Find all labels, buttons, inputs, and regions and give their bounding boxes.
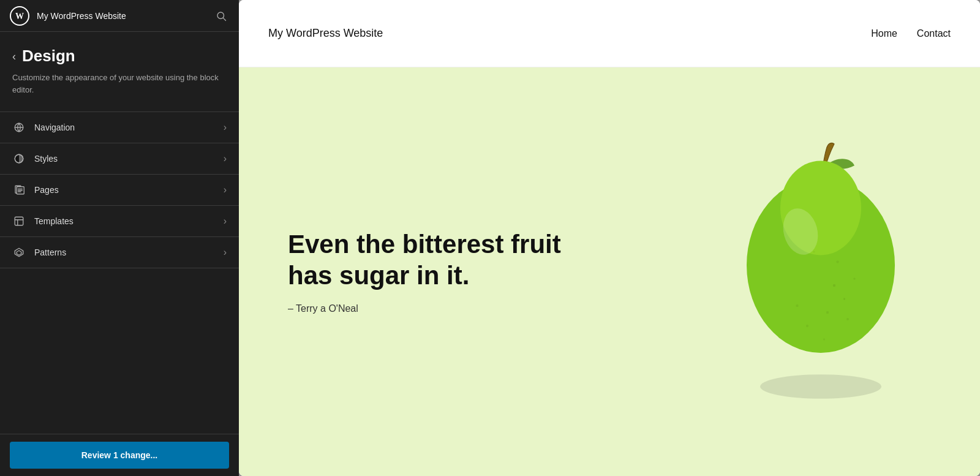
svg-line-3: [223, 18, 225, 20]
pages-icon: [12, 183, 26, 197]
preview-area: My WordPress Website Home Contact Even t…: [239, 0, 980, 476]
design-heading: Design: [22, 47, 75, 66]
chevron-right-icon: ›: [224, 153, 227, 164]
nav-link-home[interactable]: Home: [871, 28, 897, 39]
svg-point-27: [846, 318, 849, 320]
svg-point-24: [806, 324, 809, 327]
chevron-right-icon: ›: [224, 184, 227, 195]
preview-site-title: My WordPress Website: [268, 27, 383, 40]
svg-point-30: [760, 374, 881, 399]
menu-item-navigation[interactable]: Navigation ›: [0, 111, 239, 143]
back-icon: ‹: [12, 51, 16, 62]
svg-text:W: W: [15, 12, 24, 21]
menu-item-styles[interactable]: Styles ›: [0, 143, 239, 174]
hero-quote: Even the bitterest fruit has sugar in it…: [288, 229, 570, 291]
nav-link-contact[interactable]: Contact: [917, 28, 951, 39]
chevron-right-icon: ›: [224, 247, 227, 258]
wp-logo-icon: W: [10, 6, 29, 26]
svg-point-25: [823, 338, 825, 340]
design-menu: Navigation › Styles ›: [0, 111, 239, 273]
site-title-topbar: My WordPress Website: [37, 11, 206, 21]
menu-label-patterns: Patterns: [34, 247, 224, 257]
back-button[interactable]: ‹ Design: [12, 47, 227, 66]
menu-label-navigation: Navigation: [34, 123, 224, 132]
design-description: Customize the appearance of your website…: [12, 72, 227, 96]
preview-nav: Home Contact: [871, 28, 951, 39]
top-bar: W My WordPress Website: [0, 0, 239, 32]
sidebar: W My WordPress Website ‹ Design Customiz…: [0, 0, 239, 476]
hero-text: Even the bitterest fruit has sugar in it…: [288, 229, 931, 314]
review-changes-button[interactable]: Review 1 change...: [10, 442, 229, 469]
menu-label-pages: Pages: [34, 185, 224, 195]
chevron-right-icon: ›: [224, 122, 227, 133]
menu-label-templates: Templates: [34, 216, 224, 226]
patterns-icon: [12, 246, 26, 259]
search-icon: [216, 10, 227, 21]
chevron-right-icon: ›: [224, 216, 227, 227]
menu-label-styles: Styles: [34, 154, 224, 164]
review-bar: Review 1 change...: [0, 434, 239, 476]
templates-icon: [12, 214, 26, 228]
menu-item-templates[interactable]: Templates ›: [0, 205, 239, 236]
navigation-icon: [12, 121, 26, 134]
menu-item-pages[interactable]: Pages ›: [0, 174, 239, 205]
svg-rect-12: [15, 217, 23, 225]
preview-hero: Even the bitterest fruit has sugar in it…: [239, 67, 980, 476]
hero-attribution: – Terry a O'Neal: [288, 303, 931, 314]
menu-item-patterns[interactable]: Patterns ›: [0, 236, 239, 268]
styles-icon: [12, 152, 26, 165]
design-section: ‹ Design Customize the appearance of you…: [0, 32, 239, 105]
preview-header: My WordPress Website Home Contact: [239, 0, 980, 67]
search-button[interactable]: [213, 8, 229, 24]
preview-frame: My WordPress Website Home Contact Even t…: [239, 0, 980, 476]
svg-marker-16: [17, 251, 21, 255]
